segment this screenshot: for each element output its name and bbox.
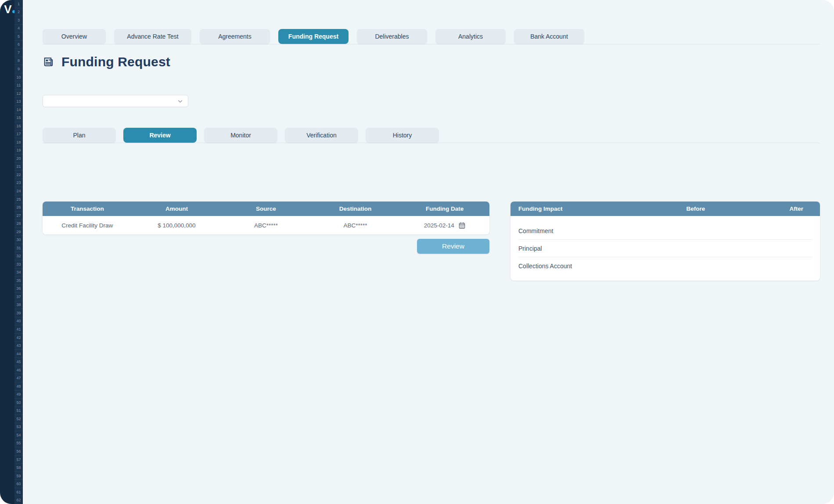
funding-table-section: Transaction Amount Source Destination Fu… <box>43 202 489 254</box>
line-number: 25 <box>14 195 23 204</box>
review-button[interactable]: Review <box>417 239 489 254</box>
col-source: Source <box>221 205 311 212</box>
funding-impact-table: Funding Impact Before After Commitment P… <box>510 202 820 281</box>
impact-row-commitment: Commitment <box>518 222 812 240</box>
line-number: 53 <box>14 423 23 432</box>
line-number: 4 <box>14 25 23 33</box>
funding-table: Transaction Amount Source Destination Fu… <box>43 202 489 234</box>
subtab-verification[interactable]: Verification <box>285 128 358 143</box>
impact-row-principal: Principal <box>518 240 812 257</box>
cell-amount: $ 100,000,000 <box>132 222 222 229</box>
line-number: 22 <box>14 171 23 179</box>
line-number: 3 <box>14 16 23 25</box>
line-number: 52 <box>14 415 23 423</box>
line-number: 54 <box>14 431 23 439</box>
line-number: 8 <box>14 57 23 65</box>
tab-agreements[interactable]: Agreements <box>200 29 270 44</box>
line-number: 51 <box>14 407 23 415</box>
line-number: 9 <box>14 65 23 73</box>
col-destination: Destination <box>311 205 400 212</box>
tab-overview[interactable]: Overview <box>43 29 106 44</box>
chevron-down-icon <box>177 98 183 104</box>
newspaper-icon <box>43 56 55 68</box>
line-number: 6 <box>14 41 23 49</box>
line-number: 41 <box>14 325 23 334</box>
line-number: 42 <box>14 334 23 342</box>
cell-source: ABC***** <box>221 222 311 229</box>
line-number: 61 <box>14 488 23 497</box>
cell-transaction: Credit Facility Draw <box>43 222 132 229</box>
tab-deliverables[interactable]: Deliverables <box>357 29 427 44</box>
line-number: 60 <box>14 480 23 488</box>
line-number: 49 <box>14 391 23 399</box>
tab-funding-request[interactable]: Funding Request <box>278 29 349 44</box>
col-amount: Amount <box>132 205 222 212</box>
line-number: 43 <box>14 342 23 350</box>
line-number: 40 <box>14 317 23 326</box>
line-number: 10 <box>14 73 23 82</box>
calendar-icon[interactable] <box>458 222 466 229</box>
col-funding-impact: Funding Impact <box>518 205 641 212</box>
table-row: Credit Facility Draw $ 100,000,000 ABC**… <box>43 216 489 234</box>
cell-destination: ABC***** <box>311 222 400 229</box>
funding-impact-header: Funding Impact Before After <box>510 202 820 216</box>
line-number-gutter: 1234567891011121314151617181920212223242… <box>14 0 23 504</box>
page-title: Funding Request <box>61 54 170 69</box>
line-number: 46 <box>14 366 23 374</box>
impact-label: Commitment <box>518 227 641 234</box>
funding-table-header: Transaction Amount Source Destination Fu… <box>43 202 489 216</box>
line-number: 45 <box>14 358 23 366</box>
subtab-plan[interactable]: Plan <box>43 128 116 143</box>
impact-label: Collections Account <box>518 263 641 270</box>
line-number: 21 <box>14 163 23 171</box>
line-number: 34 <box>14 269 23 277</box>
line-number: 14 <box>14 106 23 114</box>
funding-impact-section: Funding Impact Before After Commitment P… <box>510 202 820 281</box>
line-number: 55 <box>14 439 23 448</box>
line-number: 30 <box>14 236 23 244</box>
page-header: Funding Request <box>43 52 820 72</box>
line-number: 44 <box>14 350 23 358</box>
line-number: 28 <box>14 220 23 228</box>
primary-tabbar: Overview Advance Rate Test Agreements Fu… <box>43 0 820 44</box>
line-number: 16 <box>14 122 23 130</box>
line-number: 29 <box>14 228 23 236</box>
line-number: 50 <box>14 399 23 407</box>
line-number: 15 <box>14 114 23 122</box>
subtab-history[interactable]: History <box>366 128 439 143</box>
line-number: 37 <box>14 293 23 301</box>
impact-label: Principal <box>518 245 641 252</box>
col-after: After <box>751 205 812 212</box>
line-number: 59 <box>14 472 23 480</box>
line-number: 36 <box>14 285 23 293</box>
line-number: 56 <box>14 447 23 456</box>
line-number: 31 <box>14 244 23 252</box>
line-number: 13 <box>14 97 23 106</box>
impact-row-collections-account: Collections Account <box>518 257 812 274</box>
line-number: 47 <box>14 374 23 382</box>
left-sidebar: V 12345678910111213141516171819202122232… <box>0 0 23 504</box>
line-number: 1 <box>14 0 23 8</box>
subtab-monitor[interactable]: Monitor <box>204 128 277 143</box>
line-number: 32 <box>14 252 23 260</box>
line-number: 26 <box>14 203 23 212</box>
tab-bank-account[interactable]: Bank Account <box>514 29 584 44</box>
line-number: 12 <box>14 90 23 98</box>
funding-request-select[interactable] <box>43 95 188 107</box>
tab-analytics[interactable]: Analytics <box>435 29 506 44</box>
line-number: 58 <box>14 464 23 472</box>
line-number: 35 <box>14 277 23 285</box>
line-number: 33 <box>14 260 23 269</box>
tab-advance-rate-test[interactable]: Advance Rate Test <box>114 29 191 44</box>
col-before: Before <box>641 205 751 212</box>
line-number: 2 <box>14 8 23 17</box>
subtab-review[interactable]: Review <box>123 128 197 143</box>
line-number: 18 <box>14 138 23 147</box>
line-number: 20 <box>14 155 23 163</box>
line-number: 17 <box>14 130 23 139</box>
app-window: V 12345678910111213141516171819202122232… <box>0 0 834 504</box>
funding-impact-body: Commitment Principal Collections Account <box>510 216 820 281</box>
col-transaction: Transaction <box>43 205 132 212</box>
line-number: 39 <box>14 309 23 317</box>
line-number: 62 <box>14 496 23 504</box>
